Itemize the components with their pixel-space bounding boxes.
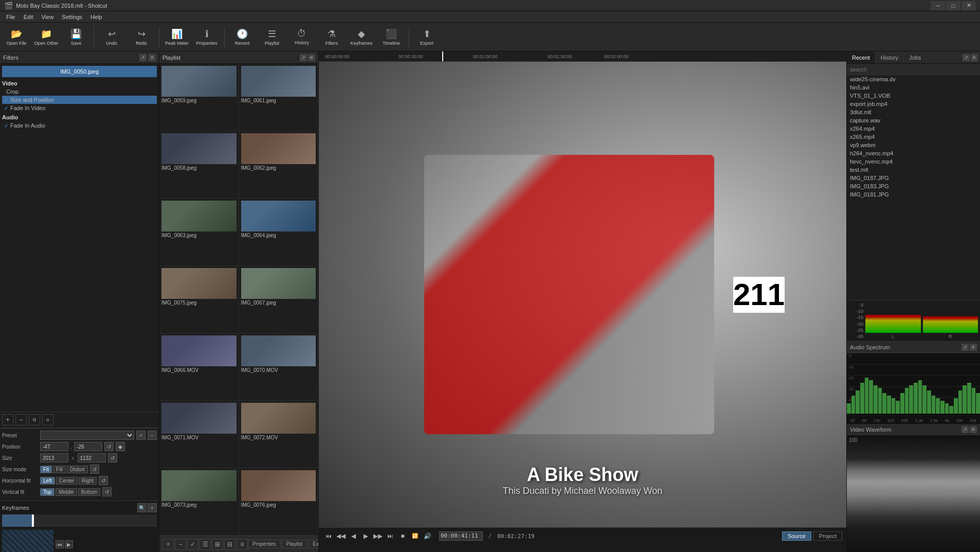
play-fast-button[interactable]: ▶▶	[372, 530, 384, 542]
tab-recent[interactable]: Recent	[847, 51, 876, 63]
close-button[interactable]: ✕	[961, 1, 976, 10]
recent-item-1[interactable]: hin5.avi	[847, 83, 980, 92]
size-reset-button[interactable]: ↺	[108, 453, 117, 462]
timecode-input[interactable]	[439, 531, 483, 541]
filters-close-button[interactable]: ✕	[149, 54, 156, 61]
playlist-item-9[interactable]: IMG_0070.MOV	[239, 333, 319, 401]
properties-button[interactable]: ℹ Properties	[192, 24, 221, 50]
horiz-center-button[interactable]: Center	[56, 477, 78, 485]
menu-edit[interactable]: Edit	[20, 11, 38, 22]
undo-button[interactable]: ↩ Undo	[97, 24, 126, 50]
preview-playhead[interactable]	[442, 51, 443, 61]
source-tab[interactable]: Source	[782, 531, 811, 541]
playlist-item-8[interactable]: IMG_0066.MOV	[159, 333, 239, 401]
prev-frame-button[interactable]: ◀◀	[335, 530, 347, 542]
minimize-button[interactable]: −	[931, 1, 945, 10]
filter-paste-button[interactable]: ⧈	[42, 414, 53, 425]
recent-item-0[interactable]: wide25-cinema.dv	[847, 75, 980, 83]
save-button[interactable]: 💾 Save	[62, 24, 90, 50]
playlist-item-2[interactable]: IMG_0058.jpeg	[159, 131, 239, 199]
vert-top-button[interactable]: Top	[40, 488, 55, 496]
recent-item-3[interactable]: export job.mp4	[847, 100, 980, 108]
horiz-right-button[interactable]: Right	[79, 477, 97, 485]
spectrum-float[interactable]: ↗	[961, 344, 969, 351]
redo-button[interactable]: ↪ Redo	[127, 24, 156, 50]
recent-item-2[interactable]: VTS_01_1.VOB	[847, 92, 980, 100]
keyframes-zoom-in[interactable]: +	[148, 503, 157, 512]
recent-button[interactable]: 🕐 Recent	[228, 24, 257, 50]
playlist-close-button[interactable]: ✕	[308, 54, 315, 61]
playlist-detail-button[interactable]: ≡	[237, 539, 248, 550]
playlist-item-0[interactable]: IMG_0059.jpeg	[159, 64, 239, 131]
size-mode-reset-button[interactable]: ↺	[90, 465, 99, 474]
play-button[interactable]: ▶	[360, 530, 371, 542]
playlist-float-button[interactable]: ↗	[300, 54, 307, 61]
keyframes-button[interactable]: ◆ Keyframes	[347, 24, 376, 50]
filter-remove-button[interactable]: −	[15, 414, 27, 425]
preset-select[interactable]	[40, 431, 134, 440]
playlist-add-button[interactable]: +	[162, 539, 174, 550]
loop-button[interactable]: 🔁	[409, 530, 421, 542]
right-panel-float[interactable]: ↗	[963, 54, 970, 61]
history-button[interactable]: ⏱ History	[287, 24, 316, 50]
playlist-button[interactable]: ☰ Playlist	[258, 24, 286, 50]
size-h-input[interactable]	[78, 453, 106, 462]
keyframes-playhead[interactable]	[32, 514, 34, 527]
right-panel-close[interactable]: ✕	[971, 54, 978, 61]
peak-meter-button[interactable]: 📊 Peak Meter	[162, 24, 191, 50]
filter-fade-in-audio[interactable]: ✓ Fade In Audio	[2, 121, 157, 130]
position-keyframe-button[interactable]: ◆	[116, 442, 125, 451]
timeline-button[interactable]: ⬛ Timeline	[377, 24, 406, 50]
recent-search-input[interactable]	[847, 64, 980, 75]
open-other-button[interactable]: 📁 Open Other	[32, 24, 61, 50]
tab-history[interactable]: History	[876, 51, 904, 63]
size-w-input[interactable]	[40, 453, 68, 462]
playlist-grid-view-button[interactable]: ⊞	[212, 539, 223, 550]
position-x-input[interactable]	[40, 442, 68, 451]
keyframes-zoom-out[interactable]: 🔍	[137, 503, 147, 512]
playlist-item-13[interactable]: IMG_0076.jpeg	[239, 468, 319, 536]
position-reset-button[interactable]: ↺	[104, 442, 114, 451]
menu-help[interactable]: Help	[86, 11, 106, 22]
play-reverse-button[interactable]: ◀	[348, 530, 359, 542]
vw-close[interactable]: ✕	[970, 426, 977, 433]
recent-item-4[interactable]: 3dlut.mlt	[847, 108, 980, 116]
horiz-left-button[interactable]: Left	[40, 477, 55, 485]
filter-copy-button[interactable]: ⧉	[29, 414, 40, 425]
playlist-remove-button[interactable]: −	[175, 539, 186, 550]
volume-button[interactable]: 🔊	[422, 530, 433, 542]
playlist-item-5[interactable]: IMG_0064.jpeg	[239, 199, 319, 266]
horiz-reset-button[interactable]: ↺	[99, 476, 108, 485]
vw-float[interactable]: ↗	[961, 426, 969, 433]
size-mode-fill[interactable]: Fill	[53, 466, 66, 473]
vert-bottom-button[interactable]: Bottom	[78, 488, 101, 496]
clip-skip-start[interactable]: ⏮	[56, 540, 64, 548]
recent-item-7[interactable]: x265.mp4	[847, 133, 980, 141]
recent-item-12[interactable]: IMG_0187.JPG	[847, 174, 980, 182]
tab-jobs[interactable]: Jobs	[904, 51, 927, 63]
menu-view[interactable]: View	[38, 11, 58, 22]
vert-reset-button[interactable]: ↺	[102, 487, 112, 496]
project-tab[interactable]: Project	[813, 531, 842, 541]
filters-float-button[interactable]: ↗	[139, 54, 147, 61]
recent-item-11[interactable]: test.mlt	[847, 166, 980, 174]
recent-item-14[interactable]: IMG_0181.JPG	[847, 190, 980, 199]
playlist-item-11[interactable]: IMG_0072.MOV	[239, 401, 319, 468]
preset-add-button[interactable]: +	[136, 431, 146, 440]
playlist-item-3[interactable]: IMG_0062.jpeg	[239, 131, 319, 199]
maximize-button[interactable]: □	[946, 1, 960, 10]
skip-to-start-button[interactable]: ⏮	[323, 530, 334, 542]
export-button[interactable]: ⬆ Export	[412, 24, 441, 50]
recent-item-8[interactable]: vp9.webm	[847, 141, 980, 149]
filter-fade-in-video[interactable]: ✓ Fade In Video	[2, 104, 157, 112]
size-mode-distort[interactable]: Distort	[67, 466, 88, 473]
filter-add-button[interactable]: +	[2, 414, 13, 425]
recent-item-13[interactable]: IMG_0183.JPG	[847, 182, 980, 190]
playlist-item-4[interactable]: IMG_0063.jpeg	[159, 199, 239, 266]
menu-file[interactable]: File	[2, 11, 20, 22]
playlist-playlist-tab[interactable]: Playlist	[282, 540, 307, 548]
playlist-tick-button[interactable]: ✓	[187, 539, 198, 550]
recent-item-6[interactable]: x264.mp4	[847, 124, 980, 133]
playlist-icon-view-button[interactable]: ⊟	[224, 539, 235, 550]
recent-item-9[interactable]: h264_nvenc.mp4	[847, 149, 980, 157]
